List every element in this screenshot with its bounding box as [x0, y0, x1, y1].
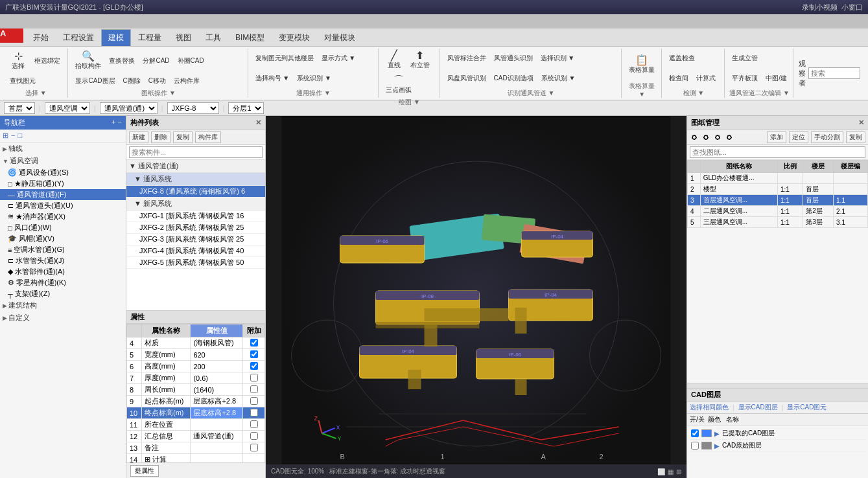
- drawing-row-2[interactable]: 2 楼型 1:1 首层: [688, 184, 868, 195]
- system-select[interactable]: 通风空调: [45, 102, 90, 114]
- sidebar-item-pipe-part[interactable]: ◆ 水管部件(通)(A): [0, 266, 126, 277]
- prop-check-7[interactable]: [243, 372, 265, 384]
- sidebar-item-silencer[interactable]: ≋ ★消声器(通)(X): [0, 211, 126, 222]
- btn-decompose-cad[interactable]: 分解CAD: [139, 55, 172, 67]
- drawings-icon-3[interactable]: ⭘: [713, 132, 722, 142]
- tab-tools[interactable]: 工具: [198, 29, 228, 46]
- cad-toggle-extracted[interactable]: [691, 429, 699, 437]
- sidebar-icon-2[interactable]: −: [11, 131, 15, 140]
- btn-find-element[interactable]: 查找图元: [6, 75, 39, 87]
- btn-cloud-lib[interactable]: 云构件库: [170, 75, 203, 87]
- sidebar-item-wind-cap[interactable]: 🎓 风帽(通)(V): [0, 233, 126, 244]
- tab-change[interactable]: 变更模块: [272, 29, 317, 46]
- layer-select[interactable]: 分层1: [228, 102, 264, 114]
- btn-calc-formula[interactable]: 计算式: [693, 73, 719, 84]
- sidebar-group-structure[interactable]: ▶ 建筑结构: [0, 299, 126, 312]
- prop-check-8[interactable]: [243, 384, 265, 396]
- prop-check-11[interactable]: [243, 419, 265, 431]
- prop-val-13[interactable]: [191, 442, 243, 454]
- comp-select[interactable]: JXFG-8: [167, 102, 219, 114]
- btn-select-system[interactable]: 选择构号 ▼: [252, 73, 293, 84]
- drawings-icon-1[interactable]: ⭘: [690, 132, 699, 142]
- sidebar-group-hvac[interactable]: ▼ 通风空调: [0, 155, 126, 167]
- btn-show-cad-elem[interactable]: 显示CAD图元: [787, 403, 827, 412]
- btn-show-cad-layers[interactable]: 显示CAD图层: [738, 403, 778, 412]
- sidebar-item-plenum[interactable]: □ ★静压箱(通)(Y): [0, 178, 126, 189]
- comp-search-input[interactable]: [129, 146, 263, 158]
- sidebar-item-vent-duct[interactable]: — 通风管道(通)(F): [0, 189, 126, 200]
- prop-check-9[interactable]: [243, 396, 265, 407]
- prop-val-10[interactable]: 层底标高+2.8: [191, 407, 243, 419]
- floor-select[interactable]: 首层: [4, 102, 35, 114]
- sidebar-item-misc[interactable]: ⚙ 零星构件(通)(K): [0, 277, 126, 288]
- btn-arc[interactable]: ⌒三点画弧: [382, 73, 415, 97]
- sidebar-item-ac-pipe[interactable]: ≡ 空调水管(通)(G): [0, 244, 126, 255]
- prop-val-12[interactable]: 通风管道(通): [191, 431, 243, 442]
- cad-expand-extracted[interactable]: ▶: [714, 430, 720, 437]
- btn-duct-head-id[interactable]: 风管通头识别: [491, 52, 536, 64]
- btn-delete-comp[interactable]: 删除: [151, 131, 170, 143]
- sidebar-item-bracket[interactable]: ┬ 支架(通)(Z): [0, 288, 126, 299]
- sidebar-item-air-outlet[interactable]: □ 风口(通)(W): [0, 222, 126, 233]
- btn-copy-to-floor[interactable]: 复制图元到其他楼层: [252, 52, 317, 64]
- drawings-search-input[interactable]: [690, 146, 865, 158]
- tab-compare[interactable]: 对量模块: [317, 29, 362, 46]
- sidebar-icon-3[interactable]: □: [18, 131, 22, 140]
- sidebar-controls[interactable]: + −: [111, 118, 122, 128]
- prop-val-6[interactable]: 200: [191, 361, 243, 372]
- prop-val-4[interactable]: (海钢板风管): [191, 337, 243, 349]
- btn-copy-comp[interactable]: 复制: [173, 131, 193, 143]
- btn-system-id2[interactable]: 系统识别 ▼: [538, 73, 579, 84]
- btn-new-comp[interactable]: 新建: [129, 131, 148, 143]
- prop-val-9[interactable]: 层底标高+2.8: [191, 396, 243, 407]
- comp-item-jxfg5[interactable]: JXFG-5 [新风系统 薄钢板风管 50: [126, 257, 265, 269]
- pipe-type-select[interactable]: 通风管道(通): [100, 102, 158, 114]
- sidebar-group-custom[interactable]: ▶ 自定义: [0, 312, 126, 324]
- comp-item-jxfg8[interactable]: JXFG-8 (通风系统 (海钢板风管) 6: [126, 186, 265, 198]
- tab-project-settings[interactable]: 工程设置: [56, 29, 101, 46]
- btn-supplement-cad[interactable]: 补圈CAD: [174, 55, 207, 67]
- btn-align-top[interactable]: 平齐板顶: [729, 73, 761, 84]
- prop-check-10[interactable]: [243, 407, 265, 419]
- btn-cover-check[interactable]: 遮盖检查: [666, 52, 698, 64]
- vp-icon-2[interactable]: ▦: [668, 468, 674, 475]
- btn-extract-props[interactable]: 提属性: [130, 465, 159, 477]
- mini-btn[interactable]: 小窗口: [841, 3, 863, 12]
- sidebar-group-axis[interactable]: ▶ 轴线: [0, 142, 126, 155]
- btn-c-move[interactable]: C移动: [145, 75, 169, 87]
- drawing-row-5[interactable]: 5 三层通风空调... 1:1 第3层 3.1: [688, 217, 868, 228]
- prop-check-13[interactable]: [243, 442, 265, 454]
- btn-line[interactable]: ╱直线: [382, 49, 406, 72]
- comp-item-jxfg4[interactable]: JXFG-4 [新风系统 薄钢板风管 40: [126, 245, 265, 257]
- drawings-icon-4[interactable]: ⭘: [725, 132, 734, 142]
- tab-view[interactable]: 视图: [169, 29, 198, 46]
- prop-check-5[interactable]: [243, 349, 265, 361]
- btn-comp-lib[interactable]: 构件库: [195, 131, 221, 143]
- comp-item-jxfg3[interactable]: JXFG-3 [新风系统 薄钢板风管 25: [126, 234, 265, 245]
- prop-check-4[interactable]: [243, 337, 265, 349]
- btn-same-color[interactable]: 选择相同颜色: [690, 403, 729, 412]
- btn-vertical-pipe[interactable]: ⬆布立管: [407, 49, 433, 72]
- btn-fan-duct-id[interactable]: 风盘风管识别: [444, 73, 489, 84]
- btn-show-cad-layer[interactable]: 显示CAD图层: [72, 75, 118, 87]
- comp-subgroup-fresh[interactable]: ▼ 新风系统: [126, 198, 265, 211]
- sidebar-icon-1[interactable]: ⊞: [3, 131, 8, 140]
- drawings-close[interactable]: ✕: [858, 119, 864, 127]
- tab-modeling[interactable]: 建模: [101, 29, 131, 46]
- drawings-hscroll[interactable]: [687, 383, 868, 388]
- prop-check-6[interactable]: [243, 361, 265, 372]
- btn-select[interactable]: ⊹选择: [6, 49, 30, 73]
- tab-start[interactable]: 开始: [26, 29, 56, 46]
- btn-check-room[interactable]: 检查间: [666, 73, 692, 84]
- 3d-viewport[interactable]: IP-06 IP-04 IP-08 IP-04 IP-04 IP-06: [266, 116, 686, 478]
- prop-val-5[interactable]: 620: [191, 349, 243, 361]
- record-btn[interactable]: 录制小视频: [802, 3, 838, 12]
- comp-item-jxfg2[interactable]: JXFG-2 [新风系统 薄钢板风管 25: [126, 222, 265, 234]
- btn-table-qty[interactable]: 📋表格算量: [626, 53, 658, 76]
- comp-item-jxfg1[interactable]: JXFG-1 [新风系统 薄钢板风管 16: [126, 211, 265, 222]
- components-close[interactable]: ✕: [255, 119, 261, 127]
- btn-mid-build[interactable]: 中图/建: [762, 73, 790, 84]
- btn-gen-riser[interactable]: 生成立管: [729, 52, 761, 64]
- sidebar-item-vent-device[interactable]: 🌀 通风设备(通)(S): [0, 167, 126, 178]
- btn-locate-drawing[interactable]: 定位: [789, 131, 808, 143]
